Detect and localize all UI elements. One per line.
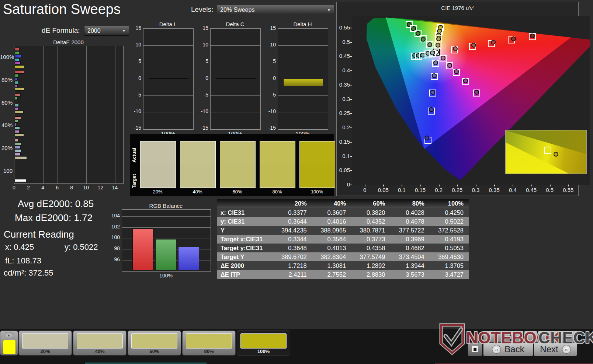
de-bar-100%-green xyxy=(14,51,19,54)
toolbar-button[interactable] xyxy=(483,331,496,343)
table-cell: 389.6702 xyxy=(273,252,312,261)
de-formula-value: 2000 xyxy=(87,28,101,34)
back-label: Back xyxy=(504,344,524,354)
tick-mark xyxy=(350,28,352,28)
x-tick-label: 0.3 xyxy=(468,187,483,193)
current-x: x: 0.425 xyxy=(5,242,34,252)
toolbar-button[interactable] xyxy=(524,331,537,343)
table-cell: 0.3969 xyxy=(390,235,429,244)
gridline xyxy=(143,62,193,62)
table-row: Target x:CIE310.33440.35640.37730.39690.… xyxy=(217,235,469,244)
y-tick-label: -15 xyxy=(266,125,276,131)
toolbar-button[interactable] xyxy=(510,331,524,343)
table-cell: 3.4727 xyxy=(430,270,469,279)
deltae2000-chart xyxy=(14,46,124,184)
table-col-header: 100% xyxy=(430,199,469,208)
de-bar-40%-green xyxy=(14,120,18,123)
deltae2000-chart-title: DeltaE 2000 xyxy=(14,39,123,45)
stop-button[interactable]: ■ xyxy=(468,342,482,356)
table-col-header: 40% xyxy=(312,199,351,208)
de-bar-100%-blue xyxy=(14,55,21,58)
next-button[interactable]: Next » xyxy=(534,342,577,356)
y-tick-label: 104 xyxy=(109,213,120,218)
de-bar-80%-yellow xyxy=(14,88,24,91)
table-cell: 0.4352 xyxy=(351,217,390,226)
x-tick-label: 0 xyxy=(10,185,18,190)
de-bar-40%-blue xyxy=(14,123,16,126)
tile-label: 100% xyxy=(237,349,290,354)
gridline xyxy=(278,95,328,96)
levels-dropdown[interactable]: 20% Sweeps ▼ xyxy=(217,5,334,15)
rgb-balance-x-label: 100% xyxy=(122,273,210,279)
collapse-arrow-button[interactable]: ▲ xyxy=(3,332,14,338)
patch-tile-60%[interactable]: 60% xyxy=(128,330,181,356)
tile-label: 40% xyxy=(73,349,126,354)
table-row: Y394.4235388.0965380.7871377.5722372.552… xyxy=(217,226,469,235)
patch-tile-80%[interactable]: 80% xyxy=(182,330,236,356)
y-tick-label: 10 xyxy=(131,42,141,48)
gridline xyxy=(143,79,193,79)
group-label: 100 xyxy=(0,168,13,174)
toolbar-button[interactable] xyxy=(497,331,510,343)
tick-mark xyxy=(439,185,440,186)
de-bar-60%-yellow xyxy=(14,111,24,113)
delta_h-chart xyxy=(278,28,328,130)
tick-mark xyxy=(494,185,495,186)
de-formula-dropdown[interactable]: 2000 ▼ xyxy=(84,26,129,36)
measurement-table: 20%40%60%80%100%x: CIE310.33770.36070.38… xyxy=(217,199,469,279)
de-bar-100%-yellow xyxy=(14,65,24,68)
cie-1976-panel: CIE 1976 u'v' 0.550.50.450.40.350.30.250… xyxy=(336,2,579,196)
tile-label: 80% xyxy=(183,349,235,354)
tile-swatch xyxy=(22,333,68,349)
avg-de2000: Avg dE2000: 0.85 xyxy=(18,198,94,210)
swatch-label: 40% xyxy=(180,189,215,195)
table-cell: 0.4682 xyxy=(390,244,429,252)
gridline xyxy=(122,227,211,228)
x-tick-label: 10 xyxy=(82,185,90,190)
y-tick-label: 15 xyxy=(198,25,208,31)
table-row: x: CIE310.33770.36070.38200.40280.4250 xyxy=(217,208,469,217)
toolbar-button[interactable] xyxy=(551,331,565,343)
table-cell: 0.3607 xyxy=(312,208,351,217)
table-cell: 0.4678 xyxy=(390,217,429,226)
patch-tile-100%[interactable]: 100% xyxy=(237,330,290,356)
x-tick-label: 0.15 xyxy=(413,187,428,193)
tile-swatch xyxy=(186,333,232,349)
patch-tile-20%[interactable]: 20% xyxy=(18,330,72,356)
x-tick-label: 0.45 xyxy=(524,187,539,193)
swatch-100% xyxy=(299,141,335,188)
gridline xyxy=(278,45,328,46)
gridline xyxy=(115,46,115,183)
y-tick-label: 98 xyxy=(109,245,120,251)
table-cell: 0.4250 xyxy=(430,208,469,217)
current-reading-label: Current Reading xyxy=(4,229,74,240)
measured-point xyxy=(421,37,426,42)
de-bar-100%-magenta xyxy=(14,62,21,64)
levels-label: Levels: xyxy=(191,6,213,14)
y-tick-label: 0.35 xyxy=(337,81,350,88)
measured-point xyxy=(491,40,496,45)
patch-tile-40%[interactable]: 40% xyxy=(73,330,126,356)
de-bar-20%-green xyxy=(14,143,21,146)
swatch-40% xyxy=(180,141,216,188)
de-bar-40%-yellow xyxy=(14,133,24,136)
y-tick-label: -15 xyxy=(198,125,208,131)
table-col-header: 60% xyxy=(351,199,390,208)
table-cell: 0.5053 xyxy=(430,244,469,252)
table-row: ΔE 20001.72181.30811.28921.39441.3705 xyxy=(217,261,469,270)
y-tick-label: -10 xyxy=(198,108,208,114)
measured-point xyxy=(441,56,445,60)
de-bar-20%-magenta xyxy=(14,153,21,156)
de-bar-80%-red xyxy=(14,71,24,74)
toolbar-button[interactable] xyxy=(538,331,551,343)
table-cell: 373.4504 xyxy=(390,252,429,261)
table-cell: 0.3648 xyxy=(273,244,312,252)
toolbar-button[interactable] xyxy=(565,331,578,343)
de-bar-40%-cyan xyxy=(14,126,20,129)
table-cell: 0.4016 xyxy=(312,217,351,226)
gridline xyxy=(143,112,193,112)
next-label: Next xyxy=(540,344,558,354)
inset-measured-point xyxy=(554,152,558,157)
de-bar-40%-magenta xyxy=(14,130,20,133)
back-button[interactable]: « Back xyxy=(483,342,533,356)
